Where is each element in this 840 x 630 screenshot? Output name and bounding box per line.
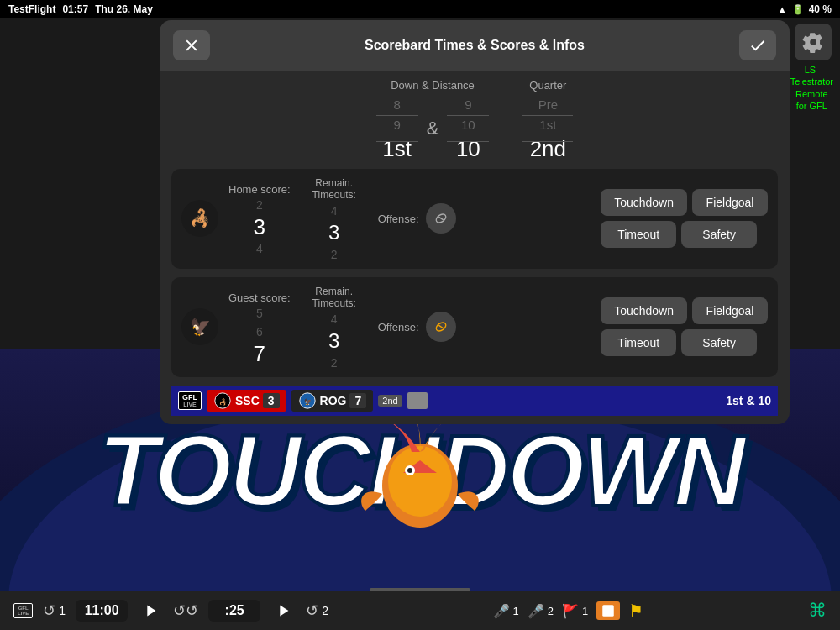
home-team-scorebar: 🦂 SSC 3 [207,390,286,412]
distance-option-selected: 10 [447,135,489,162]
scoreboard-bar: GFL LIVE 🦂 SSC 3 🦅 ROG 7 [171,386,778,416]
checkmark-icon [748,36,767,55]
home-scorebar-logo: 🦂 [213,391,232,410]
quarter-display: 2nd [378,395,402,407]
countdown-display: :25 [208,600,260,622]
flag-icon: 🚩 [562,603,579,619]
guest-timeout-item: 4 [322,310,347,328]
svg-line-3 [438,325,444,328]
guest-team-row: 🦅 Guest score: 5 6 7 8 Remain.Timeouts: … [171,277,778,377]
distance-option: 9 [447,95,489,115]
replay2-button[interactable]: ↺ 2 [306,601,328,620]
guest-offense-label: Offense: [378,321,419,333]
distance-drum[interactable]: 9 10 10 11 12 [447,95,489,162]
home-score-label: Home score: [228,183,291,196]
modal-title: Scorebard Times & Scores & Infos [210,38,739,53]
date: Thu 26. May [95,3,153,15]
clock-display: 11:00 [76,600,128,622]
down-drum[interactable]: 8 9 1st 2nd 3rd [376,95,418,162]
gfl-logo: GFL LIVE [178,391,202,410]
home-offense-label: Offense: [378,213,419,225]
play-icon2 [274,601,292,620]
home-remain-timeouts: Remain.Timeouts: 4 3 2 1 [301,177,368,260]
share-button[interactable]: ⌘ [808,600,827,622]
guest-safety-button[interactable]: Safety [681,329,757,356]
gear-icon [802,31,824,53]
guest-timeout-button[interactable]: Timeout [601,329,676,356]
distance-option: 10 [447,115,489,135]
modal-header: Scorebard Times & Scores & Infos [160,20,790,71]
battery-icon: 🔋 [792,4,804,15]
mic1-button[interactable]: 🎤 1 [493,603,519,619]
guest-fieldgoal-button[interactable]: Fieldgoal [692,297,768,324]
home-timeout-item: 2 [322,245,347,260]
guest-timeout-item-selected: 3 [322,328,347,354]
mic1-label: 1 [513,605,519,617]
home-score-section: Home score: 2 3 4 5 [228,183,291,255]
replay-icon: ↺ [43,601,55,620]
home-offense-toggle[interactable] [426,203,456,234]
svg-point-14 [407,468,412,473]
guest-touchdown-button[interactable]: Touchdown [601,297,687,324]
quarter-option: 1st [527,115,569,135]
guest-scorebar-logo: 🦅 [298,391,317,410]
quarter-picker[interactable]: Quarter Pre 1st 2nd HT 3rd [522,79,573,162]
status-bar: TestFlight 01:57 Thu 26. May ▲ 🔋 40 % [0,0,840,18]
confirm-button[interactable] [739,30,776,60]
home-fieldgoal-button[interactable]: Fieldgoal [692,189,768,216]
modal-body: Down & Distance 8 9 1st 2nd 3rd & [160,71,790,424]
mic2-label: 2 [548,605,554,617]
touchdown-mascot [353,410,487,544]
replay1-button[interactable]: ↺ 1 [43,601,66,620]
home-team-abbr: SSC [235,394,260,407]
flag-button[interactable]: 🚩 1 [562,603,588,619]
home-score-item: 4 [247,239,272,255]
home-safety-button[interactable]: Safety [681,221,757,248]
home-score-drum[interactable]: 2 3 4 5 [228,196,291,255]
guest-offense-section: Offense: [378,312,456,342]
picker-separator: & [427,95,439,162]
cancel-button[interactable] [173,30,210,60]
guest-timeouts-drum[interactable]: 4 3 2 1 [301,310,368,369]
picker-container: 8 9 1st 2nd 3rd & 9 10 10 [376,95,490,162]
home-touchdown-button[interactable]: Touchdown [601,189,687,216]
settings-button[interactable] [795,24,832,60]
gfl-live-logo: GFL LIVE [13,603,33,618]
star-button[interactable]: ⚑ [628,601,643,621]
mic1-icon: 🎤 [493,603,510,619]
home-timeouts-drum[interactable]: 4 3 2 1 [301,202,368,260]
bottom-toolbar: GFL LIVE ↺ 1 11:00 ↺↺ :25 ↺ 2 [0,591,840,630]
home-score-item-selected: 3 [247,214,272,239]
down-option-selected: 1st [376,135,418,162]
guest-offense-toggle[interactable] [426,312,456,342]
down-distance-picker[interactable]: Down & Distance 8 9 1st 2nd 3rd & [376,79,490,162]
guest-score-display: 7 [349,393,366,408]
countdown-icon: ↺↺ [173,601,198,620]
mic2-button[interactable]: 🎤 2 [528,603,554,619]
home-action-buttons: Touchdown Fieldgoal Timeout Safety [601,189,768,248]
guest-team-abbr: ROG [320,394,347,407]
guest-remain-timeouts: Remain.Timeouts: 4 3 2 1 [301,286,368,369]
app-name: TestFlight [8,3,55,15]
record-button[interactable] [596,601,620,620]
guest-action-buttons: Touchdown Fieldgoal Timeout Safety [601,297,768,356]
mic2-icon: 🎤 [528,603,544,619]
wifi-icon: ▲ [778,4,787,14]
play-button2[interactable] [270,598,296,623]
guest-timeouts-label: Remain.Timeouts: [301,286,368,310]
svg-point-11 [388,446,452,517]
flag-label: 1 [582,605,588,617]
time: 01:57 [62,3,88,15]
quarter-label: Quarter [522,79,573,92]
quarter-drum[interactable]: Pre 1st 2nd HT 3rd [522,95,573,162]
toolbar-center: 🎤 1 🎤 2 🚩 1 ⚑ [493,601,644,621]
clock-box [407,392,428,409]
guest-score-drum[interactable]: 5 6 7 8 [228,304,291,363]
play-icon [141,601,160,620]
replay2-icon: ↺ [306,601,318,620]
guest-score-item: 6 [247,323,272,341]
home-timeout-item: 4 [322,202,347,220]
down-option: 8 [376,95,418,115]
home-timeout-button[interactable]: Timeout [601,221,676,248]
play-button[interactable] [138,598,163,623]
